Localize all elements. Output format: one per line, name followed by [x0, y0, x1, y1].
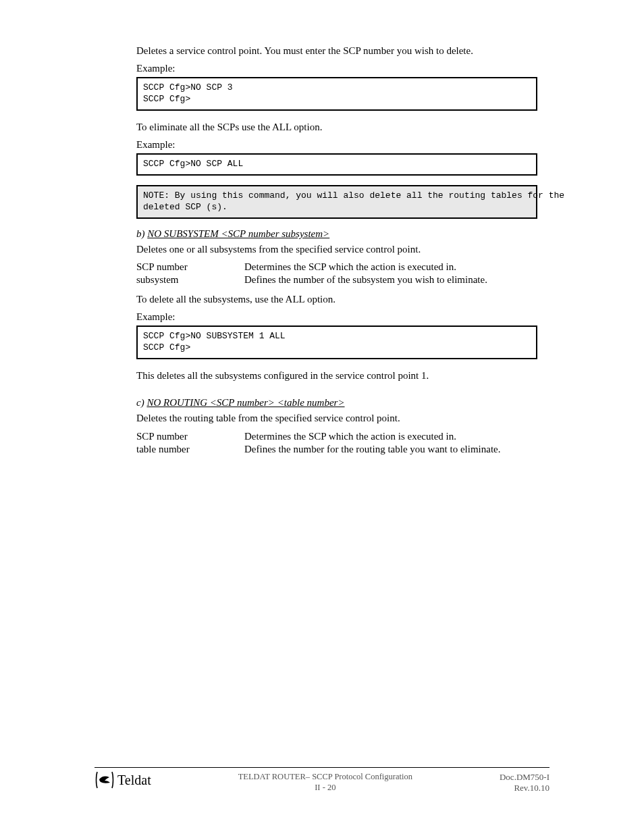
term-scp-number-c: SCP number	[136, 431, 244, 442]
definition-row: SCP number Determines the SCP which the …	[136, 431, 537, 442]
subsection-b-all-note: To delete all the subsystems, use the AL…	[136, 292, 537, 306]
subsection-c-heading: c) NO ROUTING <SCP number> <table number…	[136, 397, 537, 409]
term-subsystem: subsystem	[136, 274, 244, 286]
footer-brand: Teldat	[95, 771, 151, 789]
footer-center: TELDAT ROUTER– SCCP Protocol Configurati…	[151, 772, 500, 793]
definition-row: SCP number Determines the SCP which the …	[136, 261, 537, 273]
code-box-2: SCCP Cfg>NO SCP ALL	[136, 153, 537, 176]
term-table-number: table number	[136, 444, 244, 455]
intro-paragraph: Deletes a service control point. You mus…	[136, 44, 537, 57]
def-table-number: Defines the number for the routing table…	[244, 444, 537, 455]
def-scp-number-c: Determines the SCP which the action is e…	[244, 431, 537, 442]
subsection-b-heading: b) NO SUBSYSTEM <SCP number subsystem>	[136, 228, 537, 240]
subsection-b-title: NO SUBSYSTEM <SCP number subsystem>	[147, 228, 329, 239]
brand-text: Teldat	[117, 773, 151, 788]
subsection-c-desc: Deletes the routing table from the speci…	[136, 411, 537, 425]
code-box-1: SCCP Cfg>NO SCP 3 SCCP Cfg>	[136, 77, 537, 111]
all-option-note-1: To eliminate all the SCPs use the ALL op…	[136, 120, 537, 134]
example-label-3: Example:	[136, 311, 537, 323]
def-subsystem: Defines the number of the subsystem you …	[244, 274, 537, 286]
definition-row: table number Defines the number for the …	[136, 444, 537, 455]
bird-logo-icon	[95, 771, 115, 789]
footer-rule	[95, 767, 549, 768]
subsection-b-final-note: This deletes all the subsystems configur…	[136, 369, 537, 382]
footer-page-number: II - 20	[151, 783, 500, 793]
footer-doc-id: Doc.DM750-I Rev.10.10	[500, 772, 549, 793]
example-label-2: Example:	[136, 139, 537, 151]
code-box-3: SCCP Cfg>NO SUBSYSTEM 1 ALL SCCP Cfg>	[136, 325, 537, 359]
subsection-b-desc: Deletes one or all subsystems from the s…	[136, 242, 537, 256]
def-scp-number: Determines the SCP which the action is e…	[244, 261, 537, 273]
page-footer: Teldat TELDAT ROUTER– SCCP Protocol Conf…	[95, 767, 549, 793]
note-box: NOTE: By using this command, you will al…	[136, 185, 537, 219]
definition-row: subsystem Defines the number of the subs…	[136, 274, 537, 286]
subsection-b-letter: b)	[136, 228, 145, 239]
subsection-c-letter: c)	[136, 397, 144, 408]
term-scp-number: SCP number	[136, 261, 244, 273]
example-label-1: Example:	[136, 63, 537, 74]
subsection-c-title: NO ROUTING <SCP number> <table number>	[146, 397, 344, 408]
footer-doc-title: TELDAT ROUTER– SCCP Protocol Configurati…	[151, 772, 500, 783]
